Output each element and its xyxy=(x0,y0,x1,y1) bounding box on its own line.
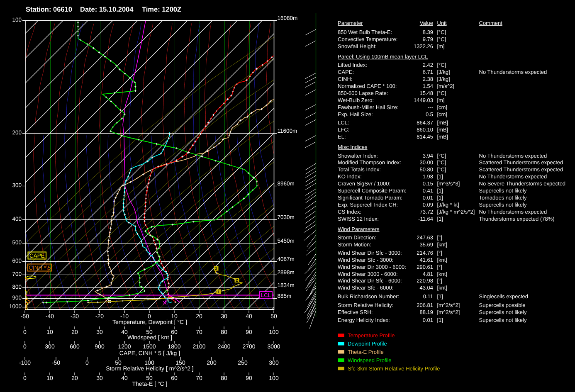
svg-text:16080m: 16080m xyxy=(278,15,298,21)
svg-text:80: 80 xyxy=(221,375,227,381)
svg-text:35.69: 35.69 xyxy=(419,241,433,248)
svg-text:Fawbush-Miller Hail Size:: Fawbush-Miller Hail Size: xyxy=(338,104,399,110)
svg-text:Dewpoint Profile: Dewpoint Profile xyxy=(348,341,387,347)
svg-text:1834m: 1834m xyxy=(278,282,295,288)
svg-text:[m^3/s^3]: [m^3/s^3] xyxy=(437,180,460,187)
svg-text:Wind Parameters: Wind Parameters xyxy=(338,226,380,232)
svg-text:[°C]: [°C] xyxy=(437,62,446,68)
svg-text:4067m: 4067m xyxy=(278,256,295,262)
svg-text:Temperature, Dewpoint [ °C ]: Temperature, Dewpoint [ °C ] xyxy=(112,319,187,325)
svg-text:60: 60 xyxy=(171,375,178,381)
svg-text:206.81: 206.81 xyxy=(417,302,433,308)
svg-text:30: 30 xyxy=(221,313,227,319)
svg-text:50.80: 50.80 xyxy=(419,166,433,173)
svg-text:50: 50 xyxy=(270,313,277,319)
svg-text:400: 400 xyxy=(12,216,22,222)
svg-text:7030m: 7030m xyxy=(278,214,295,220)
svg-text:Windspeed [ knt ]: Windspeed [ knt ] xyxy=(127,334,172,341)
svg-text:80: 80 xyxy=(221,329,227,335)
svg-text:Lifted Index:: Lifted Index: xyxy=(338,62,367,68)
svg-text:CINH:: CINH: xyxy=(338,76,352,82)
svg-text:[1]: [1] xyxy=(437,317,443,323)
svg-text:100: 100 xyxy=(269,329,279,335)
svg-text:247.63: 247.63 xyxy=(417,234,433,241)
svg-text:[°]: [°] xyxy=(437,234,442,241)
svg-text:2898m: 2898m xyxy=(278,269,295,275)
svg-text:220.98: 220.98 xyxy=(417,278,433,284)
svg-text:10: 10 xyxy=(46,329,53,335)
svg-text:-11.64: -11.64 xyxy=(418,216,433,222)
svg-text:[mB]: [mB] xyxy=(437,119,448,126)
svg-text:900: 900 xyxy=(12,295,22,301)
svg-text:-50: -50 xyxy=(52,359,60,366)
svg-text:20: 20 xyxy=(71,329,78,335)
svg-text:[J/kg]: [J/kg] xyxy=(437,69,450,75)
svg-text:40: 40 xyxy=(121,375,128,381)
svg-text:[°]: [°] xyxy=(437,264,442,270)
svg-text:3000: 3000 xyxy=(267,343,280,350)
svg-text:5450m: 5450m xyxy=(278,238,295,244)
svg-text:300: 300 xyxy=(45,343,55,350)
svg-text:1500: 1500 xyxy=(143,343,156,350)
svg-text:300: 300 xyxy=(12,182,22,188)
svg-text:[mB]: [mB] xyxy=(437,127,448,133)
svg-text:LFC:: LFC: xyxy=(338,127,349,133)
svg-text:15.48: 15.48 xyxy=(419,90,433,96)
svg-text:Misc Indices: Misc Indices xyxy=(338,144,368,150)
svg-text:Snowfall Height:: Snowfall Height: xyxy=(338,43,377,49)
svg-text:Tornadoes not likely: Tornadoes not likely xyxy=(479,195,527,201)
svg-text:Significant Tornado Param:: Significant Tornado Param: xyxy=(338,195,402,201)
svg-text:Showalter Index:: Showalter Index: xyxy=(338,153,378,159)
svg-text:Supercell Composite Param:: Supercell Composite Param: xyxy=(338,187,406,194)
svg-text:Parameter: Parameter xyxy=(338,20,363,26)
svg-text:---: --- xyxy=(428,104,433,110)
svg-text:No Thunderstorms expected: No Thunderstorms expected xyxy=(479,173,547,180)
svg-text:1.98: 1.98 xyxy=(423,173,433,180)
svg-text:0.01: 0.01 xyxy=(423,317,433,323)
svg-text:[J/kg * kt]: [J/kg * kt] xyxy=(437,202,459,208)
svg-text:-100: -100 xyxy=(19,359,31,366)
svg-text:0: 0 xyxy=(23,343,27,350)
svg-text:[m]: [m] xyxy=(437,43,445,49)
svg-text:9.79: 9.79 xyxy=(423,36,433,42)
svg-text:Singlecells expected: Singlecells expected xyxy=(479,293,529,299)
svg-text:Wind Shear Sfc - 3000:: Wind Shear Sfc - 3000: xyxy=(338,257,393,263)
svg-text:2700: 2700 xyxy=(242,343,255,350)
svg-text:1.54: 1.54 xyxy=(423,83,433,89)
svg-text:[°C]: [°C] xyxy=(437,29,446,35)
svg-text:Storm Motion:: Storm Motion: xyxy=(338,241,371,248)
svg-text:Exp. Hail Size:: Exp. Hail Size: xyxy=(338,111,373,117)
svg-text:Wind Shear 3000 - 6000:: Wind Shear 3000 - 6000: xyxy=(338,271,398,277)
svg-text:0: 0 xyxy=(85,359,89,366)
svg-text:Supercells not likely: Supercells not likely xyxy=(479,202,527,208)
svg-text:KO Index:: KO Index: xyxy=(338,173,362,180)
svg-text:885m: 885m xyxy=(278,293,292,299)
svg-text:1000: 1000 xyxy=(9,303,22,309)
svg-text:No Thunderstorms expected: No Thunderstorms expected xyxy=(479,153,547,159)
svg-text:30.00: 30.00 xyxy=(419,159,433,166)
svg-text:30: 30 xyxy=(96,375,103,381)
svg-text:LCL:: LCL: xyxy=(338,119,349,126)
svg-text:40: 40 xyxy=(246,313,252,319)
svg-text:CAPE: CAPE xyxy=(29,253,45,259)
svg-text:850-600 Lapse Rate:: 850-600 Lapse Rate: xyxy=(338,90,388,96)
svg-text:[m]: [m] xyxy=(437,97,445,103)
svg-text:Unit: Unit xyxy=(437,20,447,26)
svg-text:[1]: [1] xyxy=(437,216,443,222)
svg-text:860.10: 860.10 xyxy=(417,127,433,133)
svg-text:800: 800 xyxy=(12,284,22,290)
svg-text:8960m: 8960m xyxy=(278,180,295,187)
svg-text:4.81: 4.81 xyxy=(423,271,433,277)
svg-text:Wind Shear Sfc - 6000:: Wind Shear Sfc - 6000: xyxy=(338,285,393,291)
svg-text:CAPE, CINH * 5 [ J/kg ]: CAPE, CINH * 5 [ J/kg ] xyxy=(119,350,180,356)
svg-text:41.61: 41.61 xyxy=(419,257,433,263)
svg-text:[knt]: [knt] xyxy=(437,241,448,248)
svg-text:2.42: 2.42 xyxy=(423,62,433,68)
svg-text:700: 700 xyxy=(12,271,22,277)
svg-text:88.19: 88.19 xyxy=(419,309,433,315)
svg-text:0: 0 xyxy=(23,375,27,381)
svg-text:Wind Shear Dir Sfc - 3000:: Wind Shear Dir Sfc - 3000: xyxy=(338,250,402,256)
svg-text:250: 250 xyxy=(238,359,248,366)
svg-text:40: 40 xyxy=(121,329,128,335)
svg-text:No Thunderstorms expected: No Thunderstorms expected xyxy=(479,209,547,215)
